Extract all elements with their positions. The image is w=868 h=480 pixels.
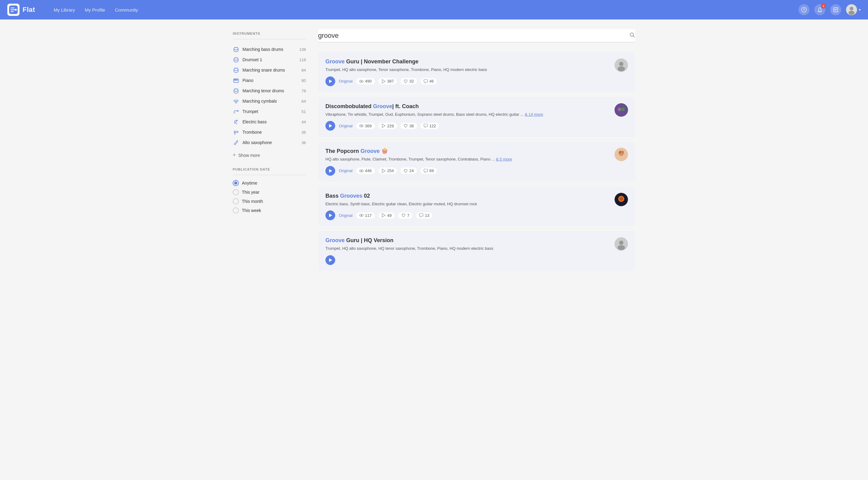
logo-icon[interactable] <box>7 4 20 16</box>
play-button[interactable] <box>326 121 335 131</box>
logo-area: Flat <box>7 4 44 16</box>
result-title-text: The Popcorn <box>326 148 361 154</box>
original-badge[interactable]: Original <box>339 124 352 128</box>
instrument-item[interactable]: Drumset 1 118 <box>233 55 306 65</box>
instrument-count: 118 <box>299 58 306 62</box>
svg-rect-13 <box>234 79 235 80</box>
svg-point-1 <box>15 9 17 11</box>
likes-stat: 32 <box>400 78 416 84</box>
result-instruments: HQ alto saxophone, Flute, Clarinet, Trom… <box>326 156 610 162</box>
result-title: Groove Guru | November Challenge <box>326 59 610 65</box>
views-count: 446 <box>365 168 372 173</box>
instrument-item[interactable]: Trumpet 51 <box>233 106 306 117</box>
result-avatar <box>615 103 628 117</box>
result-instruments: Trumpet, HQ alto saxophone, HQ tenor sax… <box>326 245 610 251</box>
svg-point-8 <box>848 11 855 15</box>
original-badge[interactable]: Original <box>339 213 352 218</box>
svg-point-10 <box>234 58 238 60</box>
svg-point-9 <box>234 47 238 50</box>
instrument-item[interactable]: Piano 80 <box>233 75 306 85</box>
radio-this-week[interactable]: This week <box>233 207 306 213</box>
views-count: 117 <box>365 213 372 218</box>
svg-point-34 <box>361 125 362 127</box>
likes-count: 7 <box>407 213 409 218</box>
comments-stat: 122 <box>421 123 439 129</box>
cymbal-icon <box>233 98 240 104</box>
result-title-highlight: Groove <box>373 103 392 109</box>
tasks-button[interactable] <box>830 4 841 15</box>
svg-rect-36 <box>424 124 428 127</box>
instrument-item[interactable]: Marching tenor drums 78 <box>233 85 306 96</box>
instrument-name: Marching tenor drums <box>243 88 299 93</box>
result-avatar <box>615 59 628 72</box>
svg-point-37 <box>615 103 628 117</box>
main-header: Flat My Library My Profile Community ? 4 <box>0 0 868 20</box>
likes-stat: 7 <box>398 212 412 219</box>
show-more-button[interactable]: + Show more <box>233 150 306 160</box>
more-link[interactable]: & 5 more <box>496 157 512 162</box>
comments-count: 69 <box>429 168 434 173</box>
result-meta: Original 369 229 38 <box>326 121 610 131</box>
svg-rect-53 <box>420 213 423 216</box>
instrument-item[interactable]: Marching snare drums 84 <box>233 65 306 75</box>
nav-my-profile[interactable]: My Profile <box>85 7 105 12</box>
radio-this-month[interactable]: This month <box>233 198 306 204</box>
result-content: The Popcorn Groove 🍿 HQ alto saxophone, … <box>326 148 610 176</box>
instrument-item[interactable]: Marching cymbals 64 <box>233 96 306 106</box>
instrument-count: 78 <box>302 89 306 93</box>
result-content: Groove Guru | November Challenge Trumpet… <box>326 59 610 86</box>
result-meta <box>326 255 610 265</box>
nav-my-library[interactable]: My Library <box>54 7 75 12</box>
instrument-item[interactable]: Electric bass 44 <box>233 117 306 127</box>
user-chevron-icon: ▾ <box>859 8 861 12</box>
instruments-divider <box>233 39 306 39</box>
play-button[interactable] <box>326 210 335 220</box>
instrument-count: 51 <box>302 109 306 114</box>
user-menu-button[interactable]: ▾ <box>846 4 861 15</box>
instrument-list: Marching bass drums 138 Drumset 1 118 <box>233 44 306 148</box>
play-button[interactable] <box>326 255 335 265</box>
help-button[interactable]: ? <box>799 4 809 15</box>
svg-point-4 <box>819 11 820 12</box>
more-link[interactable]: & 14 more <box>525 112 543 117</box>
original-badge[interactable]: Original <box>339 79 352 83</box>
svg-marker-35 <box>382 124 385 128</box>
result-instruments: Electric bass, Synth bass, Electric guit… <box>326 201 610 207</box>
original-badge[interactable]: Original <box>339 168 352 173</box>
instrument-item[interactable]: Alto saxophone 36 <box>233 137 306 148</box>
svg-marker-49 <box>329 213 332 217</box>
result-instruments: Vibraphone, Tin whistle, Trumpet, Oud, E… <box>326 111 610 117</box>
svg-point-26 <box>361 81 362 82</box>
radio-this-month-circle <box>233 198 239 204</box>
views-stat: 446 <box>356 168 375 174</box>
drum-icon <box>233 67 240 73</box>
svg-point-51 <box>361 215 362 216</box>
instrument-count: 36 <box>302 130 306 135</box>
instrument-item[interactable]: Trombone 36 <box>233 127 306 137</box>
result-title-text: Discombobulated <box>326 103 373 109</box>
svg-point-38 <box>618 107 621 111</box>
result-avatar <box>615 193 628 206</box>
result-title-text: Guru | HQ Version <box>345 237 394 243</box>
result-title-text: Bass <box>326 193 340 199</box>
radio-anytime[interactable]: Anytime <box>233 180 306 186</box>
notifications-button[interactable]: 4 <box>814 4 825 15</box>
instrument-count: 138 <box>299 47 306 52</box>
instrument-count: 44 <box>302 120 306 124</box>
play-button[interactable] <box>326 76 335 86</box>
search-icon[interactable] <box>629 32 635 40</box>
nav-community[interactable]: Community <box>115 7 138 12</box>
instruments-section-title: INSTRUMENTS <box>233 32 306 35</box>
result-title: Discombobulated Groove| ft. Coach <box>326 103 610 110</box>
instrument-item[interactable]: Marching bass drums 138 <box>233 44 306 55</box>
instrument-count: 36 <box>302 140 306 145</box>
result-meta: Original 490 387 32 <box>326 76 610 86</box>
search-input[interactable] <box>318 32 629 40</box>
svg-marker-32 <box>329 124 332 128</box>
result-title-highlight: Groove <box>326 237 345 243</box>
svg-point-11 <box>234 68 238 71</box>
result-title: The Popcorn Groove 🍿 <box>326 148 610 155</box>
result-title-highlight: Grooves <box>340 193 362 199</box>
radio-this-year[interactable]: This year <box>233 189 306 195</box>
play-button[interactable] <box>326 166 335 176</box>
